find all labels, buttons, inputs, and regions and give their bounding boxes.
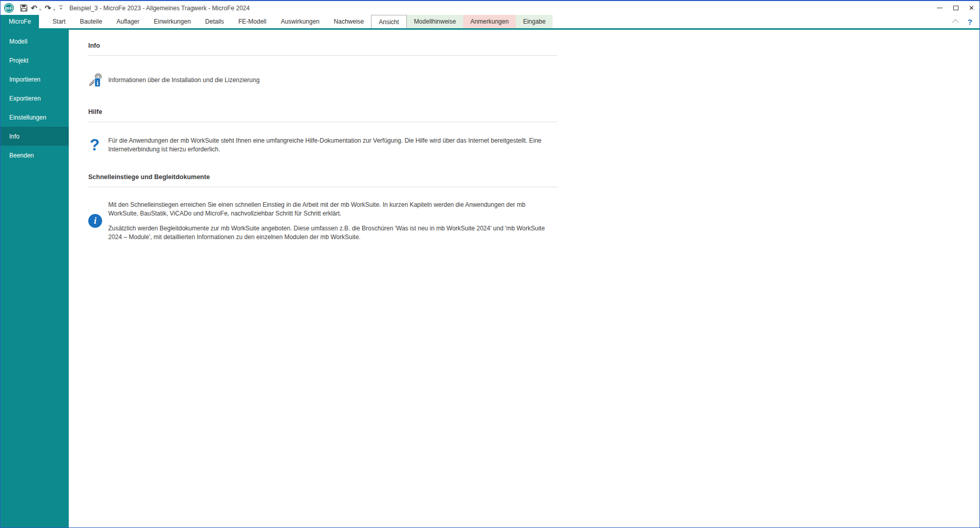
collapse-ribbon-icon[interactable] <box>952 19 959 26</box>
quickstart-info-row: i Mit den Schnelleinstiegen erreichen Si… <box>88 201 979 241</box>
undo-button[interactable]: ↶ <box>29 3 39 14</box>
tab-modellhinweise[interactable]: Modellhinweise <box>407 15 463 28</box>
minimize-button[interactable] <box>932 1 948 15</box>
key-license-icon: i <box>88 73 104 88</box>
section-heading-info: Info <box>88 42 979 49</box>
tab-bauteile[interactable]: Bauteile <box>73 15 109 28</box>
tab-ansicht[interactable]: Ansicht <box>371 15 406 28</box>
section-schnelleinstiege: Schnelleinstiege und Begleitdokumente i … <box>88 173 979 241</box>
customize-bar-icon <box>59 6 63 6</box>
window-controls: ✕ <box>932 1 979 15</box>
ribbon-tab-bar: MicroFe Start Bauteile Auflager Einwirku… <box>1 15 979 28</box>
application-window: mF ↶ ▾ ↷ ▾ ▾ Beispiel_3 - MicroFe 2023 <box>0 0 980 528</box>
sidebar-item-info[interactable]: Info <box>1 127 69 146</box>
sidebar-item-importieren[interactable]: Importieren <box>1 70 69 89</box>
sidebar-item-modell[interactable]: Modell <box>1 32 69 51</box>
redo-button[interactable]: ↷ <box>43 3 53 14</box>
save-button[interactable] <box>18 3 29 14</box>
license-info-row[interactable]: i Informationen über die Installation un… <box>88 73 979 88</box>
customize-quick-access-button[interactable]: ▾ <box>59 6 63 10</box>
maximize-button[interactable] <box>948 1 964 15</box>
info-page-content: Info i Informationen über die Installati… <box>69 30 979 527</box>
quickstart-paragraph-2: Zusätzlich werden Begleitdokumente zur m… <box>108 224 553 241</box>
section-divider <box>88 122 557 122</box>
close-icon: ✕ <box>969 4 974 12</box>
title-bar: mF ↶ ▾ ↷ ▾ ▾ Beispiel_3 - MicroFe 2023 <box>1 1 979 15</box>
redo-dropdown-icon[interactable]: ▾ <box>53 8 55 11</box>
help-info-text: Für die Anwendungen der mb WorkSuite ste… <box>108 136 553 153</box>
section-divider <box>88 187 557 187</box>
undo-icon: ↶ <box>31 4 37 12</box>
tab-anmerkungen[interactable]: Anmerkungen <box>463 15 516 28</box>
backstage-sidebar: Modell Projekt Importieren Exportieren E… <box>1 30 69 527</box>
app-logo-icon[interactable]: mF <box>4 3 14 13</box>
tab-einwirkungen[interactable]: Einwirkungen <box>147 15 198 28</box>
sidebar-item-beenden[interactable]: Beenden <box>1 146 69 165</box>
info-circle-icon: i <box>88 214 102 228</box>
ribbon-right-controls: ? <box>954 15 979 28</box>
backstage-view: Modell Projekt Importieren Exportieren E… <box>1 30 979 527</box>
redo-icon: ↷ <box>45 4 51 12</box>
section-heading-hilfe: Hilfe <box>88 108 979 115</box>
tab-auswirkungen[interactable]: Auswirkungen <box>273 15 326 28</box>
sidebar-item-projekt[interactable]: Projekt <box>1 51 69 70</box>
undo-dropdown-icon[interactable]: ▾ <box>40 8 42 11</box>
question-mark-icon: ? <box>90 137 100 153</box>
tab-fe-modell[interactable]: FE-Modell <box>231 15 274 28</box>
maximize-icon <box>953 6 958 10</box>
customize-dropdown-icon: ▾ <box>60 7 62 10</box>
section-hilfe: Hilfe ? Für die Anwendungen der mb WorkS… <box>88 108 979 153</box>
tab-start[interactable]: Start <box>45 15 72 28</box>
quick-access-toolbar: mF ↶ ▾ ↷ ▾ ▾ <box>4 3 65 14</box>
svg-text:i: i <box>96 79 99 87</box>
section-heading-schnelleinstiege: Schnelleinstiege und Begleitdokumente <box>88 173 979 181</box>
quickstart-info-text: Mit den Schnelleinstiegen erreichen Sie … <box>108 201 553 241</box>
minimize-icon <box>937 8 943 8</box>
icon-column: i <box>88 214 108 228</box>
icon-column: i <box>88 73 108 88</box>
help-info-row: ? Für die Anwendungen der mb WorkSuite s… <box>88 136 979 153</box>
close-button[interactable]: ✕ <box>964 1 979 15</box>
license-info-text: Informationen über die Installation und … <box>108 76 260 85</box>
tab-details[interactable]: Details <box>198 15 231 28</box>
sidebar-item-exportieren[interactable]: Exportieren <box>1 89 69 108</box>
section-info: Info i Informationen über die Installati… <box>88 42 979 88</box>
tab-microfe[interactable]: MicroFe <box>1 15 39 28</box>
section-divider <box>88 55 557 56</box>
icon-column: ? <box>88 137 108 153</box>
help-button[interactable]: ? <box>968 17 972 26</box>
window-title: Beispiel_3 - MicroFe 2023 - Allgemeines … <box>69 5 932 12</box>
tab-eingabe[interactable]: Eingabe <box>516 15 553 28</box>
save-icon <box>20 4 28 12</box>
sidebar-item-einstellungen[interactable]: Einstellungen <box>1 108 69 127</box>
tab-nachweise[interactable]: Nachweise <box>327 15 371 28</box>
quickstart-paragraph-1: Mit den Schnelleinstiegen erreichen Sie … <box>108 201 553 218</box>
tab-auflager[interactable]: Auflager <box>109 15 147 28</box>
